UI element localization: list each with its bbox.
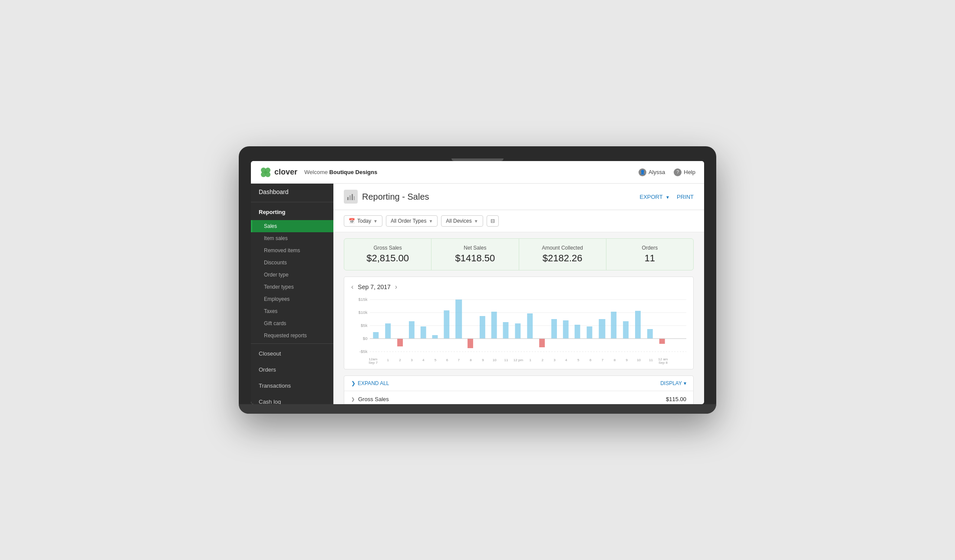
svg-rect-7 [352, 194, 353, 200]
svg-rect-32 [527, 313, 533, 339]
page-icon [344, 190, 358, 204]
sidebar-sub-item-sales[interactable]: Item sales [251, 232, 333, 244]
svg-text:8: 8 [470, 358, 471, 362]
sidebar-item-dashboard[interactable]: Dashboard [251, 184, 333, 200]
svg-text:7: 7 [602, 358, 603, 362]
main-content: Reporting - Sales EXPORT ▼ PRINT [333, 184, 704, 404]
svg-text:1: 1 [530, 358, 531, 362]
svg-rect-28 [480, 316, 485, 339]
svg-text:Sep 8: Sep 8 [659, 361, 668, 365]
svg-rect-8 [354, 196, 355, 200]
table-toolbar: ❯ EXPAND ALL DISPLAY ▾ [344, 376, 693, 391]
sidebar-sub-sales[interactable]: Sales [251, 220, 333, 232]
svg-text:11: 11 [649, 358, 653, 362]
user-icon: 👤 [639, 168, 646, 176]
sidebar-item-orders[interactable]: Orders [251, 362, 333, 378]
sidebar-reporting-sub: Sales Item sales Removed items Discounts… [251, 220, 333, 342]
date-filter-button[interactable]: 📅 Today ▼ [344, 215, 382, 227]
sidebar-item-transactions[interactable]: Transactions [251, 378, 333, 394]
sidebar-item-closeout[interactable]: Closeout [251, 346, 333, 362]
chart-next-button[interactable]: › [395, 283, 397, 291]
stat-orders: Orders 11 [606, 239, 693, 270]
svg-text:3: 3 [553, 358, 555, 362]
order-type-filter-button[interactable]: All Order Types ▼ [386, 215, 438, 227]
page-title: Reporting - Sales [362, 192, 429, 202]
svg-text:6: 6 [446, 358, 448, 362]
help-button[interactable]: ? Help [674, 168, 695, 176]
sidebar-sub-tender-types[interactable]: Tender types [251, 281, 333, 293]
svg-rect-43 [659, 339, 665, 344]
stat-net-sales: Net Sales $1418.50 [431, 239, 519, 270]
stat-net-sales-label: Net Sales [440, 245, 510, 251]
svg-rect-21 [397, 339, 403, 346]
user-button[interactable]: 👤 Alyssa [639, 168, 665, 176]
stat-orders-label: Orders [615, 245, 685, 251]
svg-text:9: 9 [626, 358, 628, 362]
print-button[interactable]: PRINT [677, 194, 694, 200]
svg-text:4: 4 [565, 358, 567, 362]
sidebar: Dashboard Reporting Sales Item sales Rem… [251, 184, 333, 404]
filter-bar: 📅 Today ▼ All Order Types ▼ All Devices … [333, 210, 704, 232]
table-section: ❯ EXPAND ALL DISPLAY ▾ ❯ Gross Sal [344, 376, 694, 404]
display-button[interactable]: DISPLAY ▾ [660, 380, 686, 386]
sidebar-item-cash-log[interactable]: Cash log [251, 394, 333, 404]
svg-text:5: 5 [577, 358, 579, 362]
clover-logo: clover [260, 166, 297, 178]
header-actions: EXPORT ▼ PRINT [639, 194, 694, 200]
chart-nav: ‹ Sep 7, 2017 › [351, 283, 686, 291]
export-button[interactable]: EXPORT ▼ [639, 194, 670, 200]
sidebar-sub-taxes[interactable]: Taxes [251, 305, 333, 317]
sidebar-sub-gift-cards[interactable]: Gift cards [251, 317, 333, 329]
chart-area: $15k $10k $5k $0 -$5k [351, 295, 686, 365]
sidebar-sub-removed-items[interactable]: Removed items [251, 244, 333, 257]
svg-rect-38 [599, 319, 605, 339]
table-row-gross-sales[interactable]: ❯ Gross Sales $115.00 [344, 391, 693, 404]
svg-rect-26 [455, 300, 462, 339]
svg-rect-39 [611, 312, 616, 339]
svg-text:2: 2 [541, 358, 543, 362]
sidebar-item-reporting[interactable]: Reporting [251, 204, 333, 220]
expand-all-button[interactable]: ❯ EXPAND ALL [351, 380, 389, 386]
stats-bar: Gross Sales $2,815.00 Net Sales $1418.50… [344, 238, 694, 270]
svg-text:12 pm: 12 pm [514, 358, 523, 362]
svg-rect-30 [503, 322, 509, 339]
svg-rect-40 [623, 321, 629, 339]
sidebar-sub-requested-reports[interactable]: Requested reports [251, 329, 333, 342]
svg-text:$0: $0 [363, 336, 368, 341]
sidebar-sub-employees[interactable]: Employees [251, 293, 333, 305]
filter-icon: ⊟ [491, 218, 495, 224]
sidebar-sub-discounts[interactable]: Discounts [251, 257, 333, 269]
svg-text:4: 4 [422, 358, 425, 362]
svg-text:5: 5 [435, 358, 436, 362]
chart-container: ‹ Sep 7, 2017 › [344, 277, 694, 369]
svg-text:-$5k: -$5k [359, 349, 368, 354]
stat-orders-value: 11 [615, 253, 685, 264]
export-caret-icon: ▼ [665, 195, 670, 200]
welcome-text: Welcome Boutique Designs [304, 169, 377, 175]
svg-rect-34 [551, 319, 557, 339]
stat-amount-collected: Amount Collected $2182.26 [519, 239, 606, 270]
svg-rect-19 [373, 332, 379, 339]
svg-text:9: 9 [482, 358, 484, 362]
sidebar-divider [251, 202, 333, 202]
svg-rect-23 [421, 326, 426, 339]
clover-wordmark: clover [274, 168, 297, 177]
chart-prev-button[interactable]: ‹ [351, 283, 353, 291]
display-caret-icon: ▾ [684, 380, 686, 386]
svg-text:$5k: $5k [361, 323, 368, 328]
clover-brand-icon [260, 166, 272, 178]
stat-amount-collected-label: Amount Collected [528, 245, 597, 251]
svg-text:11: 11 [504, 358, 508, 362]
svg-rect-29 [491, 312, 497, 339]
svg-rect-24 [432, 335, 438, 339]
sidebar-sub-order-type[interactable]: Order type [251, 269, 333, 281]
devices-caret: ▼ [474, 219, 478, 224]
svg-rect-33 [539, 339, 545, 347]
row-chevron-icon: ❯ [351, 397, 355, 402]
svg-text:$10k: $10k [359, 310, 368, 315]
svg-rect-35 [563, 320, 569, 339]
devices-filter-button[interactable]: All Devices ▼ [441, 215, 483, 227]
svg-text:8: 8 [614, 358, 616, 362]
stat-gross-sales-value: $2,815.00 [353, 253, 422, 264]
filter-advanced-button[interactable]: ⊟ [487, 215, 499, 227]
